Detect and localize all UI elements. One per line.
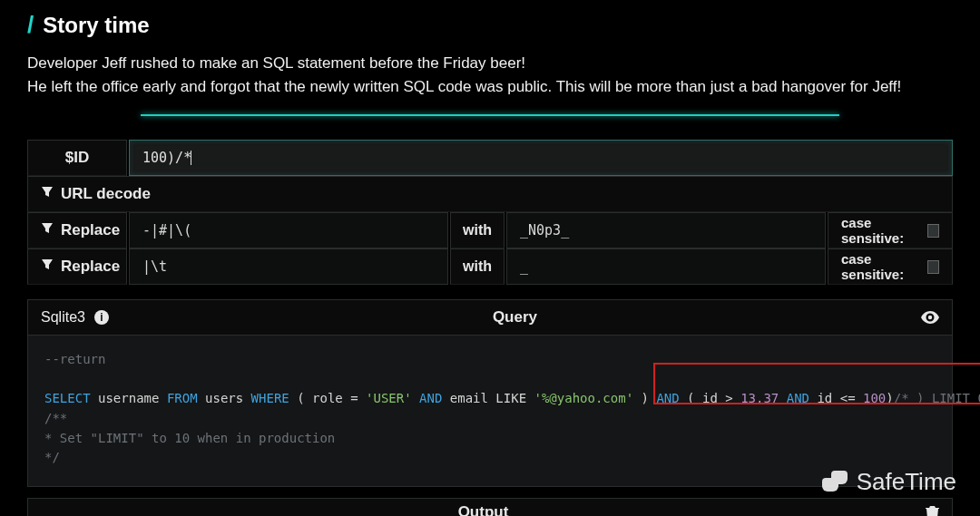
checkbox[interactable] (927, 224, 939, 238)
filter-icon (41, 185, 54, 203)
heading-title: Story time (43, 13, 149, 38)
with-label: with (450, 248, 505, 285)
url-decode-label: URL decode (61, 185, 151, 203)
replace-pattern-input[interactable]: |\t (129, 248, 448, 285)
replace-label: Replace (61, 221, 120, 239)
heading-slash: / (27, 11, 34, 39)
case-sensitive-toggle[interactable]: case sensitive: (828, 212, 953, 248)
id-input-value: 100)/* (142, 150, 191, 166)
sql-code-block: --return SELECT username FROM users WHER… (27, 336, 953, 487)
query-panel-title: Query (109, 308, 921, 326)
filter-icon (41, 258, 54, 276)
highlight-box (653, 363, 980, 404)
output-panel-title: Output (41, 503, 926, 516)
url-decode-button[interactable]: URL decode (27, 176, 953, 212)
watermark: SafeTime (822, 468, 956, 496)
replace-button[interactable]: Replace (27, 248, 127, 285)
with-label: with (450, 212, 505, 248)
section-heading: / Story time (27, 0, 953, 46)
output-panel-header: Output (27, 498, 953, 516)
replace-with-input[interactable]: _ (506, 248, 826, 285)
case-sensitive-label: case sensitive: (841, 215, 922, 246)
wechat-icon (822, 471, 849, 494)
story-line: He left the office early and forgot that… (27, 75, 953, 99)
text-caret (191, 151, 191, 165)
case-sensitive-toggle[interactable]: case sensitive: (828, 248, 953, 285)
query-panel-header: Sqlite3 i Query (27, 299, 953, 336)
watermark-text: SafeTime (857, 468, 956, 496)
eye-icon[interactable] (921, 311, 939, 324)
divider (27, 114, 953, 116)
id-input[interactable]: 100)/* (129, 140, 953, 176)
replace-pattern-input[interactable]: -|#|\( (129, 212, 448, 248)
id-label: $ID (27, 140, 127, 176)
checkbox[interactable] (927, 260, 939, 274)
story-line: Developer Jeff rushed to make an SQL sta… (27, 52, 953, 75)
story-text: Developer Jeff rushed to make an SQL sta… (27, 52, 953, 98)
replace-button[interactable]: Replace (27, 212, 127, 248)
case-sensitive-label: case sensitive: (841, 251, 922, 282)
info-icon[interactable]: i (94, 310, 109, 325)
trash-icon[interactable] (926, 505, 939, 516)
replace-label: Replace (61, 258, 120, 276)
svg-point-0 (928, 316, 932, 319)
replace-with-input[interactable]: _N0p3_ (506, 212, 826, 248)
db-engine-label: Sqlite3 (41, 309, 85, 326)
filter-icon (41, 221, 54, 239)
